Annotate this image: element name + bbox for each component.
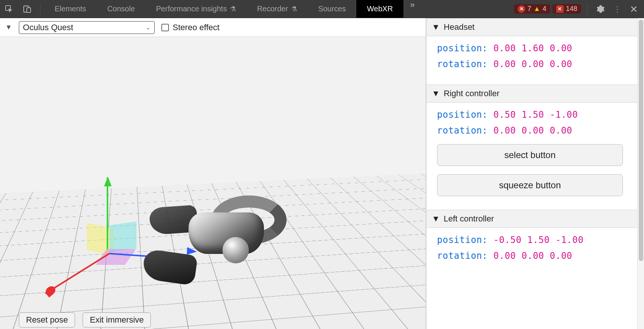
tab-label: Console <box>107 5 135 13</box>
rotation-row: rotation: 0.00 0.00 0.00 <box>437 59 627 69</box>
flask-icon: ⚗ <box>291 5 297 13</box>
kv-val[interactable]: 0.00 <box>550 125 572 136</box>
close-icon[interactable] <box>627 2 641 16</box>
scrollbar[interactable] <box>637 18 644 329</box>
kv-val[interactable]: -0.50 <box>494 235 522 245</box>
section-body-headset: position: 0.00 1.60 0.00 rotation: 0.00 … <box>426 36 637 85</box>
tab-label: Recorder <box>257 5 288 13</box>
collapse-icon: ▼ <box>432 214 440 224</box>
section-title: Right controller <box>444 89 500 98</box>
kv-val[interactable]: 0.00 <box>494 251 516 261</box>
kv-val[interactable]: -1.00 <box>555 235 584 245</box>
section-title: Headset <box>444 22 475 32</box>
console-status-badge[interactable]: ✕ 7 ▲ 4 <box>514 4 550 14</box>
kv-val[interactable]: 0.00 <box>494 125 516 136</box>
tab-sources[interactable]: Sources <box>308 0 356 18</box>
inspect-icon[interactable] <box>2 2 16 16</box>
kv-val[interactable]: 0.00 <box>521 59 544 69</box>
warning-count: 4 <box>543 5 546 13</box>
kv-val[interactable]: -1.00 <box>550 109 578 120</box>
issue-count: 148 <box>566 5 577 13</box>
kv-key: position: <box>437 109 488 120</box>
select-button[interactable]: select button <box>437 144 623 166</box>
device-select-value: Oculus Quest <box>23 23 73 32</box>
inspector-panel: ▼ Headset position: 0.00 1.60 0.00 rotat… <box>426 18 637 329</box>
tab-label: Performance insights <box>156 5 227 13</box>
gizmo-axis-y <box>107 177 108 249</box>
kv-val[interactable]: 0.00 <box>521 125 544 136</box>
issue-icon: ✕ <box>556 5 564 13</box>
kv-key: rotation: <box>437 59 488 69</box>
tab-elements[interactable]: Elements <box>44 0 97 18</box>
tab-label: Sources <box>318 5 346 13</box>
position-row: position: 0.00 1.60 0.00 <box>437 43 627 54</box>
device-toggle-icon[interactable] <box>20 2 34 16</box>
collapse-icon[interactable]: ▼ <box>5 23 12 31</box>
kv-key: position: <box>437 43 488 54</box>
collapse-icon: ▼ <box>432 89 440 98</box>
tab-console[interactable]: Console <box>97 0 145 18</box>
kv-key: rotation: <box>437 251 488 261</box>
kv-val[interactable]: 0.00 <box>494 59 516 69</box>
webxr-sub-toolbar: ▼ Oculus Quest ⌄ Stereo effect <box>0 18 426 37</box>
rotation-row: rotation: 0.00 0.00 0.00 <box>437 251 627 261</box>
svg-rect-2 <box>27 8 31 12</box>
section-header-headset[interactable]: ▼ Headset <box>426 18 637 36</box>
kv-key: position: <box>437 235 488 245</box>
position-row: position: -0.50 1.50 -1.00 <box>437 235 627 245</box>
kv-val[interactable]: 0.00 <box>550 251 572 261</box>
gizmo-plane-yz <box>109 221 136 252</box>
tab-label: WebXR <box>367 5 393 13</box>
headset-model <box>189 192 294 252</box>
tab-webxr[interactable]: WebXR <box>356 0 403 18</box>
section-body-right-controller: position: 0.50 1.50 -1.00 rotation: 0.00… <box>426 103 637 210</box>
kv-val[interactable]: 0.00 <box>521 251 544 261</box>
checkbox-icon <box>161 24 169 31</box>
warning-icon: ▲ <box>534 5 540 13</box>
kv-val[interactable]: 0.00 <box>550 43 572 54</box>
scrollbar-thumb[interactable] <box>639 20 643 261</box>
stereo-label: Stereo effect <box>173 23 219 32</box>
settings-icon[interactable] <box>593 2 608 16</box>
exit-immersive-button[interactable]: Exit immersive <box>83 312 151 327</box>
more-icon[interactable]: ⋮ <box>610 2 624 16</box>
section-header-right-controller[interactable]: ▼ Right controller <box>426 85 637 103</box>
devtools-tabs: Elements Console Performance insights⚗ R… <box>44 0 514 18</box>
gizmo-arrow-y <box>104 177 112 186</box>
section-body-left-controller: position: -0.50 1.50 -1.00 rotation: 0.0… <box>426 228 637 276</box>
squeeze-button[interactable]: squeeze button <box>437 174 623 196</box>
position-row: position: 0.50 1.50 -1.00 <box>437 109 627 120</box>
kv-val[interactable]: 1.50 <box>521 109 544 120</box>
chevron-down-icon: ⌄ <box>146 25 150 31</box>
kv-val[interactable]: 1.50 <box>527 235 550 245</box>
kv-val[interactable]: 1.60 <box>521 43 544 54</box>
rotation-row: rotation: 0.00 0.00 0.00 <box>437 125 627 136</box>
tab-recorder[interactable]: Recorder⚗ <box>247 0 308 18</box>
kv-val[interactable]: 0.00 <box>494 43 516 54</box>
kv-val[interactable]: 0.00 <box>550 59 572 69</box>
section-title: Left controller <box>444 214 494 224</box>
issues-badge[interactable]: ✕ 148 <box>552 4 581 14</box>
kv-key: rotation: <box>437 125 488 136</box>
tab-label: Elements <box>55 5 86 13</box>
collapse-icon: ▼ <box>432 22 440 32</box>
reset-pose-button[interactable]: Reset pose <box>19 312 75 327</box>
error-icon: ✕ <box>518 5 525 13</box>
tab-performance-insights[interactable]: Performance insights⚗ <box>146 0 247 18</box>
kv-val[interactable]: 0.50 <box>494 109 516 120</box>
tabs-overflow-icon[interactable]: » <box>403 0 422 18</box>
device-select[interactable]: Oculus Quest ⌄ <box>19 21 155 34</box>
flask-icon: ⚗ <box>230 5 236 13</box>
devtools-toolbar: Elements Console Performance insights⚗ R… <box>0 0 644 18</box>
stereo-effect-toggle[interactable]: Stereo effect <box>161 23 219 32</box>
error-count: 7 <box>527 5 531 13</box>
section-header-left-controller[interactable]: ▼ Left controller <box>426 210 637 228</box>
xr-viewport[interactable]: Reset pose Exit immersive <box>0 37 426 329</box>
